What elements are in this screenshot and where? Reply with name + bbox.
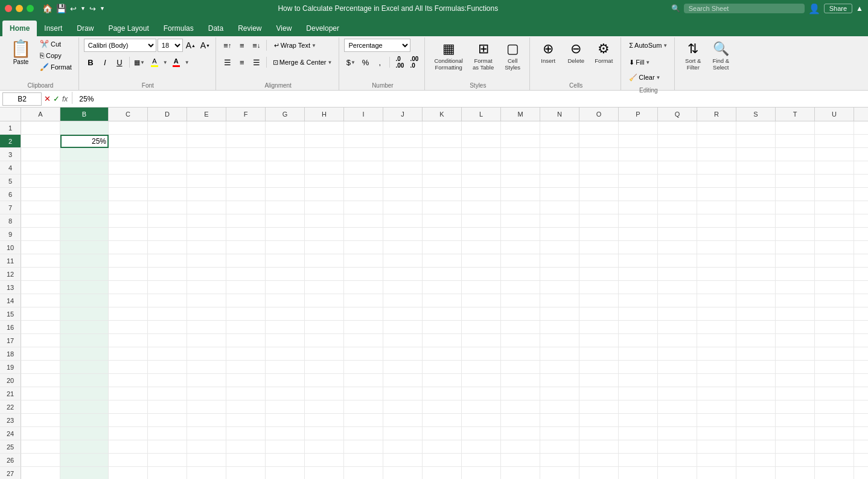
increase-decimal-button[interactable]: .0.00 bbox=[393, 56, 406, 69]
cell-T4[interactable] bbox=[776, 161, 815, 175]
cell-N15[interactable] bbox=[540, 307, 579, 321]
align-top-button[interactable]: ≡↑ bbox=[221, 39, 234, 52]
cell-G7[interactable] bbox=[266, 201, 305, 214]
cell-L4[interactable] bbox=[462, 161, 501, 175]
cell-H8[interactable] bbox=[305, 214, 344, 228]
cell-C8[interactable] bbox=[109, 214, 148, 228]
cell-R21[interactable] bbox=[697, 387, 736, 400]
cell-O25[interactable] bbox=[579, 440, 619, 454]
cell-S6[interactable] bbox=[736, 188, 776, 201]
cell-R24[interactable] bbox=[697, 427, 736, 440]
cell-N9[interactable] bbox=[540, 228, 579, 241]
cell-H16[interactable] bbox=[305, 321, 344, 334]
wrap-text-dropdown[interactable]: ▼ bbox=[311, 43, 316, 48]
cell-T20[interactable] bbox=[776, 374, 815, 387]
cell-O7[interactable] bbox=[579, 201, 619, 214]
cell-G2[interactable] bbox=[266, 135, 305, 148]
cell-A12[interactable] bbox=[21, 268, 60, 281]
cell-T10[interactable] bbox=[776, 241, 815, 254]
cell-K17[interactable] bbox=[423, 334, 462, 347]
row-number-25[interactable]: 25 bbox=[0, 440, 21, 454]
cell-A1[interactable] bbox=[21, 121, 60, 135]
name-box[interactable] bbox=[2, 92, 42, 106]
col-header-n[interactable]: N bbox=[540, 108, 579, 121]
cell-N21[interactable] bbox=[540, 387, 579, 400]
cell-K27[interactable] bbox=[423, 467, 462, 479]
cell-H11[interactable] bbox=[305, 254, 344, 268]
cell-G27[interactable] bbox=[266, 467, 305, 479]
cell-V22[interactable] bbox=[854, 400, 868, 414]
cell-N6[interactable] bbox=[540, 188, 579, 201]
col-header-p[interactable]: P bbox=[619, 108, 658, 121]
cell-L26[interactable] bbox=[462, 454, 501, 467]
cell-Q21[interactable] bbox=[658, 387, 697, 400]
cell-I5[interactable] bbox=[344, 175, 383, 188]
cell-M22[interactable] bbox=[501, 400, 540, 414]
insert-button[interactable]: ⊕ Insert bbox=[535, 39, 561, 66]
conditional-formatting-button[interactable]: ▦ ConditionalFormatting bbox=[430, 39, 467, 73]
cell-L5[interactable] bbox=[462, 175, 501, 188]
cell-E15[interactable] bbox=[187, 307, 226, 321]
cell-V25[interactable] bbox=[854, 440, 868, 454]
cell-T12[interactable] bbox=[776, 268, 815, 281]
cell-H25[interactable] bbox=[305, 440, 344, 454]
cell-H24[interactable] bbox=[305, 427, 344, 440]
clear-button[interactable]: 🧹 Clear ▼ bbox=[626, 71, 663, 84]
cell-O2[interactable] bbox=[579, 135, 619, 148]
cell-M16[interactable] bbox=[501, 321, 540, 334]
cell-V12[interactable] bbox=[854, 268, 868, 281]
cell-J6[interactable] bbox=[383, 188, 423, 201]
cell-N5[interactable] bbox=[540, 175, 579, 188]
cell-V15[interactable] bbox=[854, 307, 868, 321]
cell-O6[interactable] bbox=[579, 188, 619, 201]
cell-F12[interactable] bbox=[226, 268, 266, 281]
row-number-24[interactable]: 24 bbox=[0, 427, 21, 440]
cell-H3[interactable] bbox=[305, 148, 344, 161]
cell-J8[interactable] bbox=[383, 214, 423, 228]
cell-F23[interactable] bbox=[226, 414, 266, 427]
cell-C1[interactable] bbox=[109, 121, 148, 135]
cell-K11[interactable] bbox=[423, 254, 462, 268]
tab-draw[interactable]: Draw bbox=[69, 21, 101, 36]
cell-Q24[interactable] bbox=[658, 427, 697, 440]
tab-data[interactable]: Data bbox=[201, 21, 231, 36]
cell-A18[interactable] bbox=[21, 347, 60, 361]
cell-U18[interactable] bbox=[815, 347, 854, 361]
cell-O14[interactable] bbox=[579, 294, 619, 307]
cell-A27[interactable] bbox=[21, 467, 60, 479]
cell-Q20[interactable] bbox=[658, 374, 697, 387]
cell-M25[interactable] bbox=[501, 440, 540, 454]
col-header-m[interactable]: M bbox=[501, 108, 540, 121]
cell-E25[interactable] bbox=[187, 440, 226, 454]
cell-R8[interactable] bbox=[697, 214, 736, 228]
cell-O5[interactable] bbox=[579, 175, 619, 188]
cell-R9[interactable] bbox=[697, 228, 736, 241]
function-icon[interactable]: fx bbox=[62, 95, 68, 103]
cell-T23[interactable] bbox=[776, 414, 815, 427]
cell-L6[interactable] bbox=[462, 188, 501, 201]
cell-N26[interactable] bbox=[540, 454, 579, 467]
cell-E21[interactable] bbox=[187, 387, 226, 400]
cell-T8[interactable] bbox=[776, 214, 815, 228]
cell-Q23[interactable] bbox=[658, 414, 697, 427]
fill-dropdown[interactable]: ▼ bbox=[645, 60, 650, 65]
cell-B7[interactable] bbox=[60, 201, 109, 214]
cell-I23[interactable] bbox=[344, 414, 383, 427]
cell-F27[interactable] bbox=[226, 467, 266, 479]
cell-Q14[interactable] bbox=[658, 294, 697, 307]
cell-A23[interactable] bbox=[21, 414, 60, 427]
cell-B9[interactable] bbox=[60, 228, 109, 241]
cell-O13[interactable] bbox=[579, 281, 619, 294]
cell-K16[interactable] bbox=[423, 321, 462, 334]
cell-V20[interactable] bbox=[854, 374, 868, 387]
cell-B13[interactable] bbox=[60, 281, 109, 294]
cell-P15[interactable] bbox=[619, 307, 658, 321]
cell-Q16[interactable] bbox=[658, 321, 697, 334]
cell-J5[interactable] bbox=[383, 175, 423, 188]
cell-O11[interactable] bbox=[579, 254, 619, 268]
cell-L3[interactable] bbox=[462, 148, 501, 161]
cell-U6[interactable] bbox=[815, 188, 854, 201]
merge-center-button[interactable]: ⊡ Merge & Center ▼ bbox=[270, 56, 336, 69]
cell-V9[interactable] bbox=[854, 228, 868, 241]
row-number-5[interactable]: 5 bbox=[0, 175, 21, 188]
